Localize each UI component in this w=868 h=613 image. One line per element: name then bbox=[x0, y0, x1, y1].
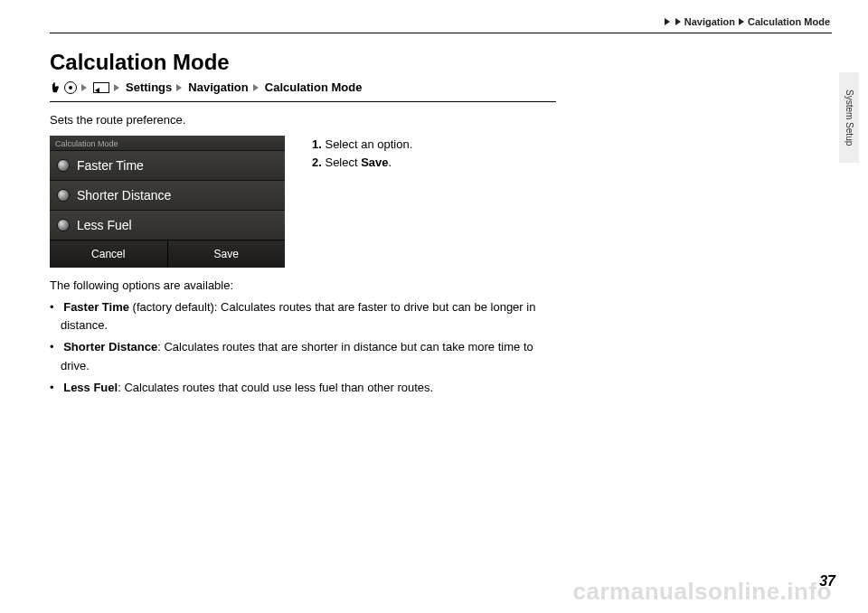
options-list: Faster Time (factory default): Calculate… bbox=[50, 298, 556, 397]
radio-icon bbox=[57, 219, 70, 231]
nav-path-item: Settings bbox=[126, 80, 172, 94]
option-less-fuel[interactable]: Less Fuel bbox=[50, 210, 285, 240]
nav-path-item: Calculation Mode bbox=[265, 80, 363, 94]
option-name: Less Fuel bbox=[63, 381, 118, 394]
breadcrumb: Navigation Calculation Mode bbox=[50, 16, 832, 27]
option-desc: (factory default): Calculates routes tha… bbox=[61, 300, 535, 332]
breadcrumb-item: Calculation Mode bbox=[748, 16, 830, 27]
step-text: Select an option. bbox=[322, 137, 412, 151]
option-name: Shorter Distance bbox=[63, 340, 157, 354]
embedded-screenshot: Calculation Mode Faster Time Shorter Dis… bbox=[50, 136, 285, 268]
list-item: Less Fuel: Calculates routes that could … bbox=[50, 379, 556, 397]
option-faster-time[interactable]: Faster Time bbox=[50, 150, 285, 180]
breadcrumb-item: Navigation bbox=[684, 16, 735, 27]
save-button[interactable]: Save bbox=[168, 240, 286, 268]
arrow-right-icon bbox=[675, 18, 681, 25]
map-icon bbox=[93, 82, 109, 93]
watermark: carmanualsonline.info bbox=[573, 578, 832, 606]
list-item: Faster Time (factory default): Calculate… bbox=[50, 298, 556, 335]
option-shorter-distance[interactable]: Shorter Distance bbox=[50, 180, 285, 210]
option-name: Faster Time bbox=[63, 300, 129, 314]
step-bold: Save bbox=[361, 156, 388, 169]
nav-path-item: Navigation bbox=[188, 80, 248, 94]
steps-list: 1. Select an option. 2. Select Save. bbox=[312, 136, 412, 268]
options-intro: The following options are available: bbox=[50, 277, 556, 295]
arrow-right-icon bbox=[176, 84, 182, 91]
list-item: Shorter Distance: Calculates routes that… bbox=[50, 338, 556, 374]
step-text: Select bbox=[322, 156, 361, 169]
step-item: 1. Select an option. bbox=[312, 136, 412, 154]
hand-icon bbox=[50, 81, 62, 94]
page-title: Calculation Mode bbox=[50, 50, 556, 75]
option-label: Faster Time bbox=[77, 158, 144, 173]
arrow-right-icon bbox=[253, 84, 259, 91]
screenshot-title: Calculation Mode bbox=[50, 136, 285, 150]
option-label: Less Fuel bbox=[77, 218, 132, 232]
section-tab-label: System Setup bbox=[844, 90, 854, 146]
radio-icon bbox=[57, 189, 70, 202]
main-content: Calculation Mode Settings Navigation Cal… bbox=[50, 50, 556, 397]
arrow-right-icon bbox=[81, 84, 87, 91]
option-desc: : Calculates routes that could use less … bbox=[118, 381, 433, 394]
divider bbox=[50, 33, 832, 33]
step-number: 2. bbox=[312, 156, 322, 169]
nav-path: Settings Navigation Calculation Mode bbox=[50, 80, 556, 102]
cancel-button[interactable]: Cancel bbox=[50, 240, 168, 268]
arrow-right-icon bbox=[114, 84, 119, 91]
description: Sets the route preference. bbox=[50, 113, 556, 127]
section-tab: System Setup bbox=[839, 72, 859, 163]
arrow-right-icon bbox=[665, 18, 670, 25]
screenshot-footer: Cancel Save bbox=[50, 240, 285, 268]
arrow-right-icon bbox=[739, 18, 744, 25]
step-text: . bbox=[389, 156, 392, 169]
radio-icon bbox=[57, 159, 70, 172]
figure-and-steps: Calculation Mode Faster Time Shorter Dis… bbox=[50, 136, 556, 268]
step-number: 1. bbox=[312, 137, 322, 151]
step-item: 2. Select Save. bbox=[312, 154, 412, 172]
home-button-icon bbox=[64, 81, 77, 94]
option-label: Shorter Distance bbox=[77, 188, 171, 203]
